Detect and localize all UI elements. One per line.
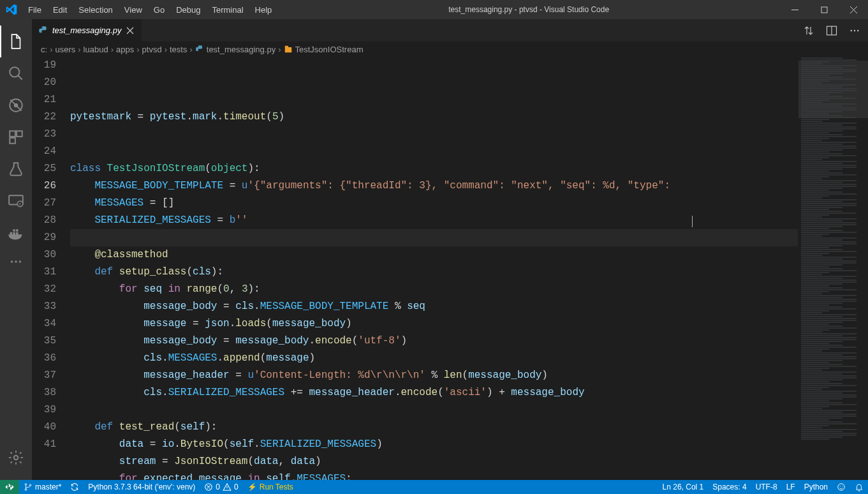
svg-point-23 bbox=[842, 486, 842, 486]
encoding[interactable]: UTF-8 bbox=[751, 480, 782, 494]
window-controls bbox=[780, 0, 868, 19]
code-line[interactable]: SERIALIZED_MESSAGES = b'' bbox=[70, 212, 798, 229]
compare-icon[interactable] bbox=[803, 25, 814, 36]
svg-point-11 bbox=[19, 260, 21, 262]
menu-view[interactable]: View bbox=[119, 0, 148, 19]
svg-rect-4 bbox=[10, 131, 15, 137]
git-branch[interactable]: master* bbox=[19, 480, 66, 494]
code-line[interactable]: data = io.BytesIO(self.SERIALIZED_MESSAG… bbox=[70, 436, 798, 453]
notifications-icon[interactable] bbox=[850, 480, 868, 494]
cursor-position[interactable]: Ln 26, Col 1 bbox=[658, 480, 709, 494]
code-line[interactable]: MESSAGES = [] bbox=[70, 195, 798, 212]
minimap[interactable] bbox=[798, 57, 868, 480]
menu-selection[interactable]: Selection bbox=[73, 0, 118, 19]
run-tests-button[interactable]: ⚡ Run Tests bbox=[243, 480, 298, 494]
breadcrumb[interactable]: c:› users› luabud› apps› ptvsd› tests› t… bbox=[32, 41, 868, 57]
editor-area: test_messaging.py c:› users› luabu bbox=[32, 19, 868, 480]
tab-label: test_messaging.py bbox=[52, 26, 121, 35]
code-line[interactable] bbox=[70, 401, 798, 419]
code-line[interactable]: for seq in range(0, 3): bbox=[70, 281, 798, 298]
code-line[interactable]: message_body = cls.MESSAGE_BODY_TEMPLATE… bbox=[70, 298, 798, 315]
code-line[interactable]: def test_read(self): bbox=[70, 419, 798, 436]
editor-scroll[interactable]: 1920212223242526272829303132333435363738… bbox=[32, 57, 868, 480]
code-line[interactable] bbox=[70, 143, 798, 160]
code-line[interactable]: def setup_class(cls): bbox=[70, 264, 798, 281]
indentation[interactable]: Spaces: 4 bbox=[708, 480, 751, 494]
code-line[interactable]: message = json.loads(message_body) bbox=[70, 315, 798, 333]
breadcrumb-item[interactable]: luabud bbox=[84, 45, 108, 54]
code-line[interactable]: cls.SERIALIZED_MESSAGES += message_heade… bbox=[70, 384, 798, 401]
svg-point-14 bbox=[851, 29, 852, 31]
svg-point-3 bbox=[14, 103, 18, 108]
code-line[interactable]: stream = JsonIOStream(data, data) bbox=[70, 453, 798, 470]
tab-test-messaging[interactable]: test_messaging.py bbox=[32, 19, 142, 41]
test-icon[interactable] bbox=[0, 153, 32, 185]
menu-help[interactable]: Help bbox=[249, 0, 278, 19]
eol[interactable]: LF bbox=[782, 480, 800, 494]
menu-file[interactable]: File bbox=[22, 0, 47, 19]
language-mode[interactable]: Python bbox=[800, 480, 832, 494]
branch-name: master* bbox=[35, 483, 61, 491]
feedback-icon[interactable] bbox=[832, 480, 850, 494]
svg-point-22 bbox=[840, 486, 841, 486]
code-line[interactable]: for expected_message in self.MESSAGES: bbox=[70, 470, 798, 480]
svg-rect-6 bbox=[10, 138, 15, 144]
app-logo bbox=[0, 4, 22, 15]
svg-rect-5 bbox=[17, 131, 22, 137]
breadcrumb-item[interactable]: users bbox=[55, 45, 75, 54]
line-number-gutter: 1920212223242526272829303132333435363738… bbox=[32, 57, 70, 480]
titlebar: File Edit Selection View Go Debug Termin… bbox=[0, 0, 868, 19]
more-icon[interactable] bbox=[0, 249, 32, 274]
code-line[interactable]: @classmethod bbox=[70, 246, 798, 264]
search-icon[interactable] bbox=[0, 57, 32, 89]
extensions-icon[interactable] bbox=[0, 121, 32, 153]
code-line[interactable] bbox=[70, 126, 798, 143]
code-editor[interactable]: pytestmark = pytest.mark.timeout(5)class… bbox=[70, 57, 798, 480]
menu-edit[interactable]: Edit bbox=[47, 0, 73, 19]
menu-terminal[interactable]: Terminal bbox=[206, 0, 249, 19]
minimize-button[interactable] bbox=[780, 0, 809, 19]
breadcrumb-item[interactable]: tests bbox=[170, 45, 187, 54]
code-line[interactable]: message_body = message_body.encode('utf-… bbox=[70, 333, 798, 350]
breadcrumb-item[interactable]: ptvsd bbox=[142, 45, 162, 54]
code-line[interactable] bbox=[70, 229, 798, 246]
tab-bar: test_messaging.py bbox=[32, 19, 868, 41]
code-line[interactable]: pytestmark = pytest.mark.timeout(5) bbox=[70, 109, 798, 126]
breadcrumb-item[interactable]: test_messaging.py bbox=[195, 45, 276, 54]
code-line[interactable]: cls.MESSAGES.append(message) bbox=[70, 350, 798, 367]
breadcrumb-item[interactable]: TestJsonIOStream bbox=[284, 45, 364, 54]
svg-point-19 bbox=[29, 484, 31, 486]
editor-actions bbox=[803, 19, 868, 41]
status-bar: master* Python 3.7.3 64-bit ('env': venv… bbox=[0, 480, 868, 494]
code-line[interactable]: class TestJsonIOStream(object): bbox=[70, 160, 798, 177]
settings-icon[interactable] bbox=[0, 442, 32, 474]
menu-go[interactable]: Go bbox=[148, 0, 170, 19]
code-line[interactable]: message_header = u'Content-Length: %d\r\… bbox=[70, 367, 798, 384]
code-line[interactable]: MESSAGE_BODY_TEMPLATE = u'{"arguments": … bbox=[70, 177, 798, 195]
python-interpreter[interactable]: Python 3.7.3 64-bit ('env': venv) bbox=[84, 480, 200, 494]
more-actions-icon[interactable] bbox=[849, 25, 860, 36]
svg-point-15 bbox=[854, 29, 855, 31]
split-editor-icon[interactable] bbox=[826, 25, 837, 36]
problems-indicator[interactable]: 0 0 bbox=[200, 480, 242, 494]
svg-rect-0 bbox=[821, 7, 827, 13]
window-title: test_messaging.py - ptvsd - Visual Studi… bbox=[277, 5, 780, 14]
remote-explorer-icon[interactable] bbox=[0, 185, 32, 217]
docker-icon[interactable] bbox=[0, 217, 32, 249]
sync-button[interactable] bbox=[66, 480, 84, 494]
python-file-icon bbox=[38, 26, 48, 36]
svg-point-12 bbox=[14, 456, 18, 460]
svg-point-18 bbox=[25, 489, 27, 491]
breadcrumb-item[interactable]: apps bbox=[116, 45, 134, 54]
breadcrumb-item[interactable]: c: bbox=[41, 45, 47, 54]
menu-debug[interactable]: Debug bbox=[170, 0, 206, 19]
svg-point-21 bbox=[838, 484, 845, 491]
svg-point-9 bbox=[11, 260, 13, 262]
maximize-button[interactable] bbox=[809, 0, 839, 19]
close-button[interactable] bbox=[839, 0, 868, 19]
tab-close-icon[interactable] bbox=[125, 26, 135, 36]
debug-icon[interactable] bbox=[0, 89, 32, 121]
remote-indicator[interactable] bbox=[0, 480, 19, 494]
svg-point-10 bbox=[15, 260, 17, 262]
explorer-icon[interactable] bbox=[0, 26, 32, 57]
